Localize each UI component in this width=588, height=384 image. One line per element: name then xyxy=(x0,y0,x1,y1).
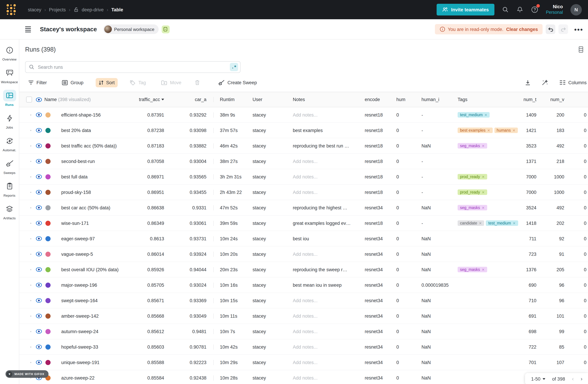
sort-button[interactable]: Sort xyxy=(95,78,118,87)
column-header-tags[interactable]: Tags xyxy=(458,97,518,102)
notes-cell[interactable]: Add notes... xyxy=(293,344,360,349)
notes-cell[interactable]: best mean iou in sweep xyxy=(293,282,360,288)
notes-cell[interactable]: Add notes... xyxy=(293,298,360,303)
column-header-notes[interactable]: Notes xyxy=(293,97,360,102)
run-name[interactable]: best 20% data xyxy=(52,128,126,133)
notes-cell[interactable]: Add notes... xyxy=(293,313,360,319)
notes-cell[interactable]: great examples logged ev… xyxy=(293,221,360,226)
run-name[interactable]: best car acc (50% data) xyxy=(52,205,126,210)
column-header-encoder[interactable]: encode xyxy=(360,97,392,102)
visibility-eye-icon[interactable] xyxy=(34,329,43,334)
notes-cell[interactable]: Add notes... xyxy=(293,159,360,164)
run-name[interactable]: major-sweep-196 xyxy=(52,282,126,288)
magic-wand-icon[interactable] xyxy=(541,78,549,87)
notes-cell[interactable]: Add notes... xyxy=(293,329,360,334)
tag-pill[interactable]: prod_ready✕ xyxy=(458,174,487,179)
sidebar-item-workspace[interactable]: Workspace xyxy=(0,64,19,87)
tag-pill[interactable]: test_medium✕ xyxy=(486,220,518,226)
table-row[interactable]: wise-sun-171 0.86349 0.93061 39m 59s sta… xyxy=(19,215,588,231)
run-name[interactable]: eager-sweep-97 xyxy=(52,236,126,241)
notes-cell[interactable]: Add notes... xyxy=(293,375,360,380)
remove-tag-icon[interactable]: ✕ xyxy=(482,175,485,179)
visibility-eye-icon[interactable] xyxy=(34,221,43,226)
table-row[interactable]: hopeful-sweep-33 0.85603 0.90781 10m 42s… xyxy=(19,339,588,355)
visibility-eye-icon[interactable] xyxy=(34,267,43,272)
table-row[interactable]: amber-sweep-142 0.85668 0.93049 10m 11s … xyxy=(19,308,588,324)
drag-handle-dot[interactable] xyxy=(30,331,31,332)
notes-cell[interactable]: Add notes... xyxy=(293,251,360,257)
notifications-bell-icon[interactable] xyxy=(516,6,523,13)
sidebar-item-runs[interactable]: Runs xyxy=(0,87,19,109)
notes-cell[interactable]: best examples xyxy=(293,128,360,133)
column-header-human-id[interactable]: human_i xyxy=(417,97,458,102)
breadcrumb-entity[interactable]: stacey xyxy=(28,7,41,12)
drag-handle-dot[interactable] xyxy=(30,362,31,363)
column-header-traffic-acc[interactable]: traffic_acc xyxy=(126,97,165,102)
regex-toggle-button[interactable]: .* xyxy=(230,63,238,71)
breadcrumb-page[interactable]: Table xyxy=(111,7,123,12)
tag-pill[interactable]: seg_masks✕ xyxy=(458,143,487,149)
run-name[interactable]: best full data xyxy=(52,174,126,179)
visibility-eye-icon[interactable] xyxy=(34,159,43,164)
visibility-eye-icon[interactable] xyxy=(34,190,43,194)
notes-cell[interactable]: Add notes... xyxy=(293,190,360,195)
table-row[interactable]: swept-sweep-164 0.85671 0.93369 10m 15s … xyxy=(19,293,588,308)
sidebar-item-overview[interactable]: Overview xyxy=(0,41,19,64)
tag-pill[interactable]: prod_ready✕ xyxy=(458,190,487,195)
drag-handle-dot[interactable] xyxy=(30,145,31,146)
column-header-runtime[interactable]: Runtim xyxy=(213,97,252,102)
run-name[interactable]: best traffic acc (50% data)) xyxy=(52,143,126,148)
notes-cell[interactable]: Add notes... xyxy=(293,174,360,179)
remove-tag-icon[interactable]: ✕ xyxy=(487,128,490,132)
select-all-checkbox[interactable] xyxy=(26,96,32,102)
visibility-eye-icon[interactable] xyxy=(34,205,43,210)
table-row[interactable]: vague-sweep-5 0.86014 0.93924 10m 20s st… xyxy=(19,247,588,262)
workspace-pill[interactable]: Personal workspace xyxy=(103,24,158,34)
tag-pill[interactable]: humans✕ xyxy=(494,128,518,133)
drag-handle-dot[interactable] xyxy=(30,130,31,131)
undo-button[interactable] xyxy=(546,24,555,34)
visibility-eye-icon[interactable] xyxy=(34,113,43,117)
search-runs-input[interactable] xyxy=(37,64,227,70)
invite-teammates-button[interactable]: Invite teammates xyxy=(437,4,494,16)
column-header-num-t[interactable]: num_t xyxy=(518,97,538,102)
columns-button[interactable]: Columns xyxy=(559,78,587,86)
more-options-button[interactable]: ●●● xyxy=(574,27,583,32)
table-row[interactable]: second-best-run 0.87058 0.93004 38m 27s … xyxy=(19,154,588,169)
table-row[interactable]: autumn-sweep-24 0.85612 0.9481 10m 7s st… xyxy=(19,324,588,339)
drag-handle-dot[interactable] xyxy=(30,176,31,177)
create-sweep-button[interactable]: Create Sweep xyxy=(215,77,260,88)
visibility-eye-icon[interactable] xyxy=(34,313,43,318)
notes-cell[interactable]: best iou xyxy=(293,236,360,241)
drag-handle-dot[interactable] xyxy=(30,207,31,208)
visibility-eye-icon[interactable] xyxy=(34,174,43,179)
visibility-eye-icon[interactable] xyxy=(34,236,43,241)
create-report-icon[interactable] xyxy=(162,25,169,33)
run-name[interactable]: best overall IOU (20% data) xyxy=(52,267,126,272)
run-name[interactable]: unique-sweep-191 xyxy=(52,360,126,365)
sidebar-item-jobs[interactable]: Jobs xyxy=(0,109,19,132)
column-header-num-v[interactable]: num_v xyxy=(538,97,566,102)
drag-handle-dot[interactable] xyxy=(30,346,31,347)
column-header-hum[interactable]: hum xyxy=(392,97,417,102)
run-name[interactable]: azure-sweep-22 xyxy=(52,375,126,380)
remove-tag-icon[interactable]: ✕ xyxy=(482,268,485,271)
visibility-eye-icon[interactable] xyxy=(34,360,43,365)
search-icon[interactable] xyxy=(502,6,509,13)
table-row[interactable]: efficient-shape-156 0.87391 0.93292 38m … xyxy=(19,107,588,123)
notes-cell[interactable]: reproducing the best run … xyxy=(293,143,360,148)
run-name[interactable]: hopeful-sweep-33 xyxy=(52,344,126,349)
hamburger-menu-icon[interactable] xyxy=(25,26,31,32)
run-name[interactable]: autumn-sweep-24 xyxy=(52,329,126,334)
tag-pill[interactable]: seg_masks✕ xyxy=(458,205,487,211)
drag-handle-dot[interactable] xyxy=(30,161,31,162)
drag-handle-dot[interactable] xyxy=(30,269,31,270)
table-row[interactable]: best 20% data 0.87238 0.93098 37m 57s st… xyxy=(19,123,588,138)
table-row[interactable]: major-sweep-196 0.85705 0.93024 10m 16s … xyxy=(19,277,588,293)
sidebar-item-artifacts[interactable]: Artifacts xyxy=(0,200,19,223)
drag-handle-dot[interactable] xyxy=(30,300,31,301)
export-download-icon[interactable] xyxy=(524,78,531,87)
redo-button[interactable] xyxy=(559,24,568,34)
sidebar-item-sweeps[interactable]: Sweeps xyxy=(0,155,19,177)
remove-tag-icon[interactable]: ✕ xyxy=(482,144,485,148)
